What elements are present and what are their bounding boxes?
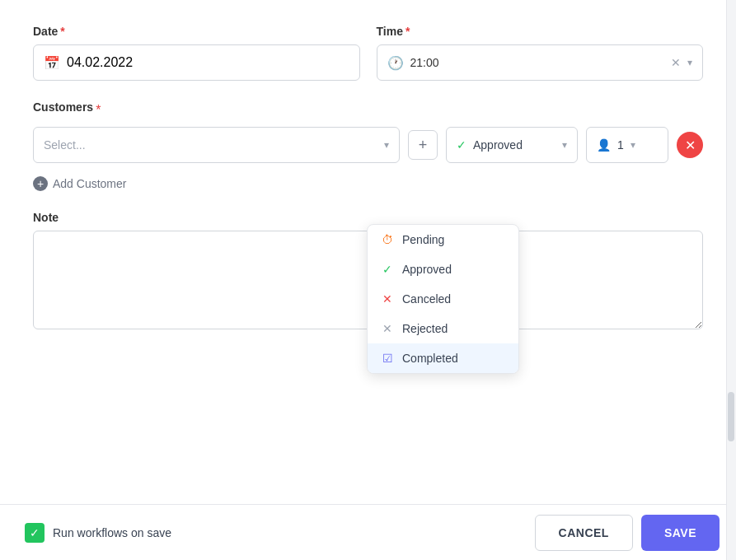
time-value: 21:00 [410, 56, 665, 69]
add-customer-link[interactable]: + Add Customer [33, 176, 703, 191]
delete-customer-button[interactable]: ✕ [677, 132, 703, 158]
date-value: 04.02.2022 [67, 55, 133, 70]
completed-icon: ☑ [381, 352, 394, 365]
date-label: Date* [33, 25, 360, 38]
customers-label: Customers [33, 100, 93, 114]
approved-label: Approved [402, 263, 452, 276]
approved-icon: ✓ [381, 263, 394, 276]
customers-select[interactable]: Select... ▾ [33, 127, 400, 163]
customers-label-row: Customers * [33, 100, 703, 120]
customers-required: * [96, 103, 101, 118]
pending-icon: ⏱ [381, 233, 394, 246]
date-field-group: Date* 📅 04.02.2022 [33, 25, 360, 81]
time-required: * [406, 25, 410, 38]
calendar-icon: 📅 [44, 55, 60, 71]
time-arrow-icon[interactable]: ▾ [687, 57, 692, 68]
footer: ✓ Run workflows on save CANCEL SAVE [0, 504, 736, 560]
footer-buttons: CANCEL SAVE [535, 515, 720, 551]
status-check-icon: ✓ [457, 138, 466, 152]
rejected-label: Rejected [402, 322, 448, 335]
time-label: Time* [377, 25, 704, 38]
add-customer-plus-icon: + [33, 176, 48, 191]
add-customer-button[interactable]: + [408, 130, 438, 160]
completed-label: Completed [402, 352, 458, 365]
status-value: Approved [473, 138, 556, 152]
dropdown-item-completed[interactable]: ☑ Completed [368, 343, 518, 373]
rejected-icon: ✕ [381, 322, 394, 335]
pending-label: Pending [402, 233, 444, 246]
canceled-icon: ✕ [381, 292, 394, 306]
customers-arrow-icon: ▾ [384, 139, 389, 151]
time-field-group: Time* 🕐 21:00 ✕ ▾ [377, 25, 704, 81]
time-clear-icon[interactable]: ✕ [671, 56, 681, 69]
time-input[interactable]: 🕐 21:00 ✕ ▾ [377, 44, 704, 81]
note-label: Note [33, 211, 703, 224]
date-input[interactable]: 📅 04.02.2022 [33, 44, 360, 81]
status-arrow-icon: ▾ [562, 139, 567, 151]
workflow-label: Run workflows on save [53, 526, 171, 539]
dropdown-item-canceled[interactable]: ✕ Canceled [368, 284, 518, 314]
people-count: 1 [617, 138, 624, 152]
dropdown-item-pending[interactable]: ⏱ Pending [368, 225, 518, 254]
clock-icon: 🕐 [387, 55, 404, 71]
customers-placeholder: Select... [44, 138, 377, 152]
date-required: * [60, 25, 64, 38]
workflow-check-group: ✓ Run workflows on save [25, 523, 171, 543]
people-select[interactable]: 👤 1 ▾ [586, 127, 668, 163]
add-customer-label: Add Customer [53, 177, 126, 190]
people-icon: 👤 [597, 138, 611, 152]
scrollbar-thumb[interactable] [728, 392, 734, 441]
dropdown-item-approved[interactable]: ✓ Approved [368, 254, 518, 284]
status-dropdown: ⏱ Pending ✓ Approved ✕ Canceled ✕ Reject… [367, 224, 519, 374]
scrollbar[interactable] [726, 0, 736, 560]
customers-row: Select... ▾ + ✓ Approved ▾ 👤 1 ▾ ✕ [33, 127, 703, 163]
people-arrow-icon: ▾ [631, 139, 635, 151]
dropdown-item-rejected[interactable]: ✕ Rejected [368, 314, 518, 343]
workflow-checkbox[interactable]: ✓ [25, 523, 45, 543]
canceled-label: Canceled [402, 292, 451, 306]
status-select[interactable]: ✓ Approved ▾ [446, 127, 578, 163]
save-button[interactable]: SAVE [641, 515, 720, 551]
cancel-button[interactable]: CANCEL [535, 515, 633, 551]
